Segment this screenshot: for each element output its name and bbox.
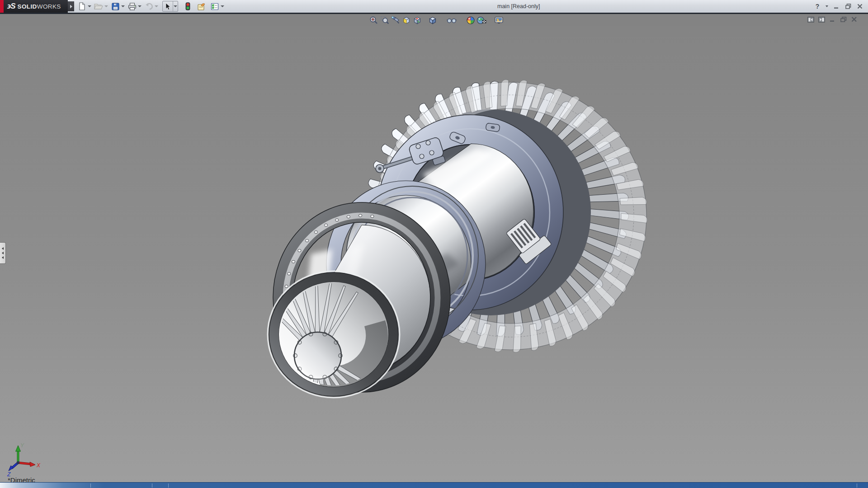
options-dropdown[interactable]	[220, 1, 225, 11]
undo-dropdown[interactable]	[154, 1, 159, 11]
collapse-pane-button[interactable]	[807, 16, 815, 23]
document-controls	[807, 16, 858, 23]
select-tool-group	[162, 1, 178, 12]
brand-name: SOLIDWORKS	[17, 3, 61, 10]
zoom-to-area-button[interactable]	[380, 15, 390, 25]
help-dropdown[interactable]	[825, 2, 829, 11]
triad-origin	[17, 461, 19, 464]
view-orientation-icon	[413, 16, 422, 25]
doc-restore-button[interactable]	[840, 16, 847, 23]
doc-minimize-button[interactable]	[829, 16, 836, 23]
save-floppy-icon	[112, 3, 119, 10]
tail-cone-hub	[294, 332, 341, 379]
status-separator	[152, 483, 152, 488]
close-button[interactable]	[855, 2, 864, 11]
solidworks-window: ϶S SOLIDWORKS	[0, 0, 868, 488]
select-dropdown[interactable]	[173, 1, 178, 11]
zoom-to-fit-icon	[369, 16, 378, 25]
collapse-arrow-icon	[2, 252, 4, 254]
doc-restore-icon	[840, 17, 847, 22]
menu-flyout-arrow[interactable]	[68, 1, 74, 11]
options-checklist-icon	[211, 3, 219, 10]
file-properties-button[interactable]	[196, 1, 206, 11]
title-bar: ϶S SOLIDWORKS	[0, 0, 868, 13]
status-separator	[90, 483, 91, 488]
logo-red-accent	[0, 0, 4, 13]
rebuild-button[interactable]	[183, 1, 193, 11]
x-axis-label: X	[36, 462, 41, 469]
rebuild-traffic-light-icon	[185, 2, 190, 10]
apply-scene-button[interactable]	[476, 15, 486, 25]
minimize-icon	[834, 4, 839, 9]
new-document-button[interactable]	[77, 1, 87, 11]
previous-view-button[interactable]	[391, 15, 401, 25]
flyout-arrow-icon	[70, 5, 73, 9]
eyeglasses-icon	[447, 16, 457, 25]
print-dropdown[interactable]	[137, 1, 142, 11]
expand-pane-button[interactable]	[818, 16, 826, 23]
expand-pane-icon	[818, 17, 825, 23]
display-style-icon	[428, 16, 437, 25]
hide-show-items-button[interactable]	[447, 15, 457, 25]
collapse-arrow-icon	[2, 256, 4, 259]
restore-button[interactable]	[844, 2, 853, 11]
window-title: main [Read-only]	[497, 3, 540, 9]
options-button[interactable]	[210, 1, 220, 11]
apply-scene-icon	[476, 16, 486, 25]
print-button[interactable]	[127, 1, 137, 11]
doc-minimize-icon	[830, 17, 835, 22]
status-bar	[0, 482, 868, 488]
file-properties-icon	[197, 3, 206, 10]
view-settings-icon	[494, 16, 504, 25]
edit-appearance-sphere-icon	[466, 16, 475, 25]
standard-toolbar	[77, 1, 226, 12]
checkered-flag	[482, 20, 486, 23]
feature-tree-collapse-tab[interactable]	[0, 242, 6, 264]
nozzle-front-face	[264, 271, 400, 430]
view-settings-button[interactable]	[494, 15, 504, 25]
y-axis-arrow	[16, 446, 21, 451]
collapse-arrow-icon	[2, 247, 4, 250]
doc-close-button[interactable]	[850, 16, 858, 23]
titlebar-controls: ?	[813, 1, 864, 11]
heads-up-view-toolbar	[369, 15, 505, 25]
close-icon	[857, 4, 863, 9]
view-orientation-button[interactable]	[412, 15, 422, 25]
app-logo: ϶S SOLIDWORKS	[0, 0, 68, 13]
menu-strip	[0, 13, 868, 26]
x-axis-arrow	[30, 462, 35, 467]
print-icon	[128, 3, 137, 10]
zoom-to-area-icon	[380, 16, 389, 25]
new-document-icon	[78, 2, 86, 10]
minimize-button[interactable]	[832, 2, 841, 11]
casing-bolt-tab	[486, 123, 500, 132]
select-button[interactable]	[163, 1, 173, 11]
select-cursor-icon	[165, 3, 171, 10]
open-dropdown[interactable]	[104, 1, 108, 11]
save-button[interactable]	[110, 1, 120, 11]
ds-logo-icon: ϶S	[7, 2, 15, 11]
restore-icon	[845, 4, 851, 9]
save-dropdown[interactable]	[120, 1, 125, 11]
open-folder-icon	[94, 3, 103, 10]
previous-view-icon	[391, 16, 400, 25]
undo-icon	[145, 3, 153, 10]
section-view-icon	[402, 16, 411, 25]
status-separator	[857, 483, 857, 488]
status-separator	[168, 483, 169, 488]
doc-close-icon	[851, 17, 857, 22]
section-view-button[interactable]	[401, 15, 411, 25]
engine-3d-model[interactable]	[0, 0, 868, 488]
zoom-to-fit-button[interactable]	[369, 15, 379, 25]
new-document-dropdown[interactable]	[87, 1, 92, 11]
orientation-triad: Y X Z	[5, 442, 46, 477]
display-style-button[interactable]	[428, 15, 438, 25]
open-button[interactable]	[94, 1, 104, 11]
collapse-pane-icon	[807, 17, 814, 23]
edit-appearance-button[interactable]	[466, 15, 476, 25]
undo-button[interactable]	[144, 1, 154, 11]
y-axis-label: Y	[20, 442, 24, 449]
help-button[interactable]: ?	[813, 2, 822, 11]
